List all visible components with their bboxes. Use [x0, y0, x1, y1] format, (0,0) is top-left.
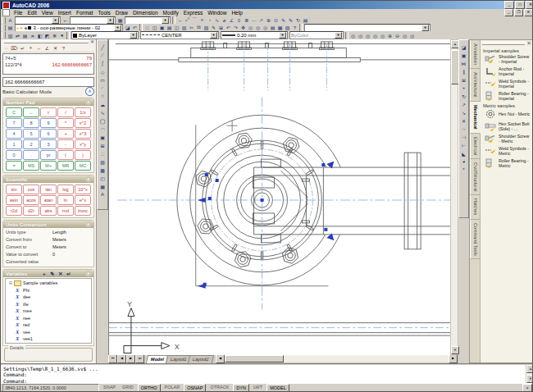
zoom-previous-icon[interactable]: ◎ — [262, 24, 269, 31]
last-tab-icon[interactable]: ⏭ — [135, 355, 144, 363]
angular-dimension-icon[interactable]: ∠ — [228, 16, 235, 24]
plot-preview-icon[interactable]: ◫ — [173, 24, 180, 31]
lineweight-combo[interactable]: 0.20 mm▼ — [221, 31, 288, 39]
calc-button-0[interactable]: 0 — [6, 150, 22, 160]
palette-tool-item[interactable]: Weld Symbols - Imperial — [485, 79, 531, 89]
units-value[interactable]: Meters — [52, 244, 91, 251]
offset-icon[interactable]: ∥ — [460, 67, 467, 75]
stretch-icon[interactable]: ↘ — [460, 108, 467, 116]
calc-button-10^x[interactable]: 10^x — [75, 185, 91, 194]
menu-tools[interactable]: Tools — [96, 10, 113, 16]
doc-close-button[interactable]: ✕ — [524, 9, 533, 16]
menu-insert[interactable]: Insert — [56, 10, 74, 16]
make-object-layer-current-icon[interactable]: ◪ — [124, 24, 131, 31]
calc-button-x^3[interactable]: x^3 — [75, 129, 91, 139]
variable-item[interactable]: Xdee — [7, 294, 89, 301]
canvas-vscrollbar[interactable]: ▲ ▼ — [450, 39, 458, 355]
circle-icon[interactable]: ○ — [99, 92, 107, 100]
match-properties-icon[interactable]: ✎ — [210, 24, 217, 31]
menu-dimension[interactable]: Dimension — [130, 10, 161, 16]
scroll-down-icon[interactable]: ▼ — [451, 346, 459, 354]
return-to-input-icon[interactable]: ↵ — [65, 270, 72, 277]
linear-dimension-icon[interactable]: ↔ — [176, 16, 184, 24]
layer-match-icon[interactable]: ≍ — [29, 32, 36, 39]
hatch-icon[interactable]: ▨ — [99, 157, 107, 166]
palette-tool-item[interactable]: Shoulder Screw - Metric — [485, 134, 531, 144]
palette-tab-civil-structural[interactable]: Civil/Structural — [470, 159, 480, 195]
menu-window[interactable]: Window — [205, 10, 229, 16]
radius-dimension-icon[interactable]: ◔ — [206, 16, 213, 24]
aligned-dimension-icon[interactable]: ⤢ — [184, 16, 191, 24]
delete-variable-icon[interactable]: ✕ — [57, 270, 64, 277]
calc-button-MC[interactable]: MC — [75, 161, 91, 171]
paste-to-command-line-icon[interactable]: ↵ — [19, 44, 26, 52]
doc-minimize-button[interactable]: _ — [504, 9, 513, 16]
scroll-up-icon[interactable]: ▲ — [526, 365, 533, 373]
history-row[interactable]: 74+579 — [5, 55, 92, 62]
collapse-icon[interactable]: ∧ — [85, 99, 91, 105]
zoom-in-icon[interactable]: ⊕ — [386, 32, 394, 39]
calc-button-x^2[interactable]: x^2 — [75, 118, 91, 128]
designcenter-icon[interactable]: ▦ — [276, 24, 284, 31]
palette-tab-command-tools[interactable]: Command Tools — [470, 220, 480, 260]
variable-item[interactable]: Xrad — [7, 321, 89, 329]
variables-tree[interactable]: ⊟Sample variablesXPhiXdeeXilleXmeeXneeXr… — [5, 278, 92, 344]
calc-button-5[interactable]: 5 — [23, 129, 39, 139]
zoom-window-icon[interactable]: ◎ — [254, 24, 262, 31]
toggle-osnap[interactable]: OSNAP — [184, 384, 206, 392]
block-editor-icon[interactable]: ⊞ — [217, 24, 225, 31]
calc-button-+[interactable]: + — [57, 129, 74, 139]
drawing-canvas[interactable]: Y X — [108, 39, 450, 355]
units-row[interactable]: Units typeLength — [3, 229, 93, 236]
redo-icon[interactable]: ↷ — [232, 24, 239, 31]
toggle-otrack[interactable]: OTRACK — [207, 384, 231, 391]
region-icon[interactable]: ◰ — [99, 174, 107, 182]
undo-icon[interactable]: ↶ — [225, 24, 232, 31]
revision-cloud-icon[interactable]: ☁ — [99, 100, 107, 108]
quick-leader-icon[interactable]: ↗ — [257, 16, 265, 24]
plotstyle-combo[interactable]: ByColor▼ — [289, 31, 344, 39]
new-icon[interactable]: □ — [144, 24, 151, 31]
minimize-button[interactable]: _ — [504, 1, 514, 9]
line-icon[interactable]: ╱ — [99, 43, 107, 51]
paste-icon[interactable]: ▧ — [203, 24, 210, 31]
variable-item[interactable]: Xmee — [7, 308, 89, 315]
toggle-lwt[interactable]: LWT — [251, 384, 265, 391]
menu-express[interactable]: Express — [181, 10, 205, 16]
table-icon[interactable]: ▦ — [99, 182, 107, 190]
calc-button-*[interactable]: * — [57, 118, 74, 128]
tolerance-icon[interactable]: ⊕ — [265, 16, 272, 24]
rotate-icon[interactable]: ↻ — [460, 92, 467, 100]
close-button[interactable]: ✕ — [526, 1, 533, 9]
open-icon[interactable]: ◫ — [151, 24, 158, 31]
calc-button-2[interactable]: 2 — [23, 139, 39, 149]
calc-button-4[interactable]: 4 — [6, 129, 22, 139]
collapse-icon[interactable]: ∧ — [85, 271, 91, 276]
units-row[interactable]: Converted value — [3, 258, 93, 266]
spline-icon[interactable]: ∿ — [99, 108, 107, 116]
layer-properties-manager-icon[interactable]: ▤ — [7, 24, 14, 31]
calc-button-9[interactable]: 9 — [40, 118, 57, 128]
quickcalc-input[interactable]: 162.66666666667 — [2, 77, 94, 87]
menu-view[interactable]: View — [39, 10, 56, 16]
communication-center-icon[interactable]: ✦ — [522, 384, 532, 392]
canvas-hscrollbar[interactable]: ◀ ▶ — [215, 355, 458, 363]
menu-file[interactable]: File — [11, 10, 25, 16]
calc-button-pi[interactable]: pi — [40, 150, 57, 160]
pan-realtime-icon[interactable]: ✥ — [239, 24, 247, 31]
arc-icon[interactable]: ◜ — [99, 84, 107, 92]
chamfer-icon[interactable]: ◣ — [460, 149, 467, 157]
dim-style-icon[interactable]: ⌐ — [61, 16, 69, 24]
text-style-icon[interactable]: A — [7, 16, 14, 24]
gradient-icon[interactable]: ▩ — [99, 166, 107, 174]
cut-icon[interactable]: ✂ — [188, 24, 195, 31]
clear-history-icon[interactable]: ⌦ — [11, 44, 18, 52]
dimension-edit-icon[interactable]: ✎ — [280, 16, 287, 24]
variables-root[interactable]: ⊟Sample variables — [7, 280, 89, 287]
zoom-out-icon[interactable]: ⊖ — [394, 32, 401, 39]
toggle-grid[interactable]: GRID — [120, 384, 136, 391]
maximize-button[interactable]: □ — [515, 1, 525, 9]
palette-tool-item[interactable]: Hex Socket Bolt (Side) - ... — [485, 121, 531, 131]
zoom-object-icon[interactable]: ◎ — [379, 32, 386, 39]
break-at-point-icon[interactable]: ⊣ — [460, 133, 467, 141]
